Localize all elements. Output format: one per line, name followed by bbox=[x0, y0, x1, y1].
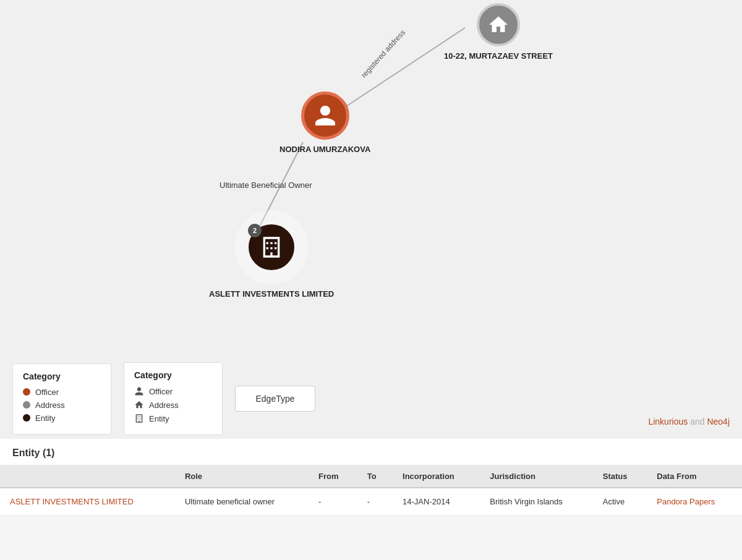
row-incorporation: 14-JAN-2014 bbox=[393, 488, 480, 515]
row-jurisdiction: British Virgin Islands bbox=[480, 488, 592, 515]
legend-address-icon: Address bbox=[134, 400, 212, 410]
col-role: Role bbox=[175, 465, 309, 488]
table-row: ASLETT INVESTMENTS LIMITED Ultimate bene… bbox=[0, 488, 742, 515]
col-from: From bbox=[309, 465, 357, 488]
legend-building-icon bbox=[134, 414, 144, 423]
brand-neo4j: Neo4j bbox=[707, 417, 730, 426]
entity-name-link[interactable]: ASLETT INVESTMENTS LIMITED bbox=[10, 497, 134, 506]
legend-house-icon bbox=[134, 400, 144, 410]
col-status: Status bbox=[593, 465, 647, 488]
ubo-edge-label: Ultimate Beneficial Owner bbox=[220, 180, 312, 190]
row-role: Ultimate beneficial owner bbox=[175, 488, 309, 515]
edge-type-box[interactable]: EdgeType bbox=[235, 386, 315, 412]
branding-and: and bbox=[690, 417, 707, 426]
graph-area: registered address 10-22, MURTAZAEV STRE… bbox=[0, 0, 742, 358]
svg-line-1 bbox=[250, 142, 303, 244]
entity-dot bbox=[23, 414, 30, 422]
entity-table: Role From To Incorporation Jurisdiction … bbox=[0, 465, 742, 515]
legend-officer-dot: Officer bbox=[23, 388, 101, 397]
data-from-link[interactable]: Pandora Papers bbox=[657, 497, 715, 506]
row-data-from[interactable]: Pandora Papers bbox=[647, 488, 742, 515]
legend-entity-icon: Entity bbox=[134, 414, 212, 423]
legend-person-icon bbox=[134, 386, 144, 396]
table-body: ASLETT INVESTMENTS LIMITED Ultimate bene… bbox=[0, 488, 742, 515]
graph-svg bbox=[0, 0, 742, 358]
branding: Linkurious and Neo4j bbox=[648, 417, 730, 426]
legend-entity-dot: Entity bbox=[23, 414, 101, 423]
row-status: Active bbox=[593, 488, 647, 515]
officer-dot bbox=[23, 388, 30, 396]
legend-2-title: Category bbox=[134, 370, 212, 380]
col-data-from: Data From bbox=[647, 465, 742, 488]
row-name[interactable]: ASLETT INVESTMENTS LIMITED bbox=[0, 488, 175, 515]
legend-1-title: Category bbox=[23, 371, 101, 381]
col-jurisdiction: Jurisdiction bbox=[480, 465, 592, 488]
legend-area: Category Officer Address Entity Category… bbox=[0, 358, 742, 439]
legend-box-1: Category Officer Address Entity bbox=[12, 363, 111, 435]
address-dot bbox=[23, 401, 30, 409]
brand-linkurious: Linkurious bbox=[648, 417, 688, 426]
legend-box-2: Category Officer Address Entity bbox=[124, 362, 223, 435]
header-row: Role From To Incorporation Jurisdiction … bbox=[0, 465, 742, 488]
table-area: Entity (1) Role From To Incorporation Ju… bbox=[0, 439, 742, 515]
row-to: - bbox=[357, 488, 393, 515]
row-from: - bbox=[309, 488, 357, 515]
legend-address-dot: Address bbox=[23, 401, 101, 410]
legend-officer-icon: Officer bbox=[134, 386, 212, 396]
col-name bbox=[0, 465, 175, 488]
table-header: Role From To Incorporation Jurisdiction … bbox=[0, 465, 742, 488]
entity-title: Entity (1) bbox=[0, 439, 742, 465]
col-to: To bbox=[357, 465, 393, 488]
col-incorporation: Incorporation bbox=[393, 465, 480, 488]
